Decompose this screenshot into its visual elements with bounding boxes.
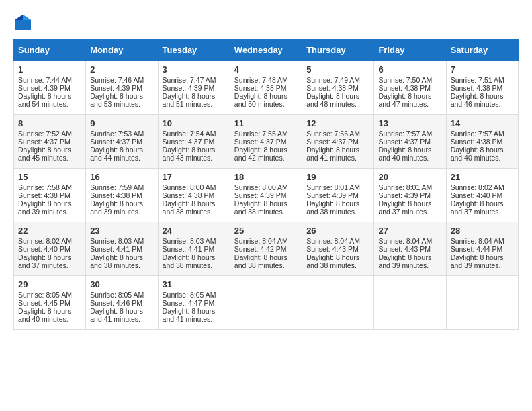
sunset-text: Sunset: 4:37 PM [378,138,431,146]
sunset-text: Sunset: 4:42 PM [234,245,287,253]
sunset-text: Sunset: 4:37 PM [90,138,142,146]
daylight-text: Daylight: 8 hours and 41 minutes. [306,146,359,162]
calendar-cell: 27Sunrise: 8:04 AMSunset: 4:43 PMDayligh… [374,222,446,276]
calendar-week-4: 22Sunrise: 8:02 AMSunset: 4:40 PMDayligh… [14,222,519,276]
header-day-saturday: Saturday [446,40,518,61]
day-number: 19 [306,172,369,182]
calendar-cell: 30Sunrise: 8:05 AMSunset: 4:46 PMDayligh… [86,276,158,330]
sunset-text: Sunset: 4:40 PM [18,245,71,253]
sunset-text: Sunset: 4:43 PM [306,245,359,253]
day-number: 16 [90,172,153,182]
calendar-cell: 23Sunrise: 8:03 AMSunset: 4:41 PMDayligh… [86,222,158,276]
day-number: 14 [451,118,514,128]
daylight-text: Daylight: 8 hours and 41 minutes. [90,307,143,323]
sunrise-text: Sunrise: 8:05 AM [18,291,72,299]
calendar-cell: 17Sunrise: 8:00 AMSunset: 4:38 PMDayligh… [158,169,230,222]
day-number: 30 [90,279,153,289]
svg-marker-1 [23,15,31,20]
sunrise-text: Sunrise: 8:01 AM [378,183,432,191]
calendar-cell: 5Sunrise: 7:49 AMSunset: 4:38 PMDaylight… [302,61,374,115]
sunrise-text: Sunrise: 8:03 AM [163,237,216,245]
daylight-text: Daylight: 8 hours and 40 minutes. [378,146,431,162]
header-day-sunday: Sunday [14,40,86,61]
calendar-cell: 14Sunrise: 7:57 AMSunset: 4:38 PMDayligh… [446,115,518,169]
sunset-text: Sunset: 4:43 PM [378,245,431,253]
logo-icon [13,13,32,32]
day-number: 1 [18,64,81,75]
sunset-text: Sunset: 4:47 PM [163,299,215,307]
calendar-header: SundayMondayTuesdayWednesdayThursdayFrid… [14,40,519,61]
sunset-text: Sunset: 4:37 PM [18,138,71,146]
sunset-text: Sunset: 4:39 PM [378,191,431,199]
sunset-text: Sunset: 4:38 PM [163,191,215,199]
calendar-cell: 12Sunrise: 7:56 AMSunset: 4:37 PMDayligh… [302,115,374,169]
sunrise-text: Sunrise: 8:03 AM [90,237,144,245]
calendar-cell: 20Sunrise: 8:01 AMSunset: 4:39 PMDayligh… [374,169,446,222]
sunrise-text: Sunrise: 7:49 AM [306,76,360,84]
sunset-text: Sunset: 4:40 PM [451,191,503,199]
svg-marker-2 [15,15,23,20]
calendar-body: 1Sunrise: 7:44 AMSunset: 4:39 PMDaylight… [14,61,519,330]
day-number: 12 [306,118,369,128]
sunset-text: Sunset: 4:39 PM [306,191,359,199]
sunset-text: Sunset: 4:37 PM [306,138,359,146]
daylight-text: Daylight: 8 hours and 38 minutes. [234,199,287,216]
sunrise-text: Sunrise: 8:04 AM [234,237,288,245]
logo [13,13,35,32]
sunset-text: Sunset: 4:38 PM [306,84,359,92]
daylight-text: Daylight: 8 hours and 39 minutes. [18,199,71,216]
day-number: 31 [163,279,226,289]
sunrise-text: Sunrise: 8:02 AM [451,183,504,191]
sunrise-text: Sunrise: 8:04 AM [378,237,432,245]
sunset-text: Sunset: 4:46 PM [90,299,142,307]
calendar-cell: 13Sunrise: 7:57 AMSunset: 4:37 PMDayligh… [374,115,446,169]
day-number: 11 [234,118,298,128]
daylight-text: Daylight: 8 hours and 41 minutes. [163,307,216,323]
day-number: 8 [18,118,81,128]
daylight-text: Daylight: 8 hours and 38 minutes. [306,253,359,269]
calendar-cell: 15Sunrise: 7:58 AMSunset: 4:38 PMDayligh… [14,169,86,222]
sunrise-text: Sunrise: 7:55 AM [234,130,288,138]
sunrise-text: Sunrise: 8:01 AM [306,183,360,191]
sunset-text: Sunset: 4:37 PM [234,138,287,146]
day-number: 29 [18,279,81,289]
sunrise-text: Sunrise: 8:04 AM [451,237,504,245]
calendar-cell: 25Sunrise: 8:04 AMSunset: 4:42 PMDayligh… [230,222,302,276]
daylight-text: Daylight: 8 hours and 45 minutes. [18,146,71,162]
sunset-text: Sunset: 4:38 PM [451,138,503,146]
daylight-text: Daylight: 8 hours and 46 minutes. [451,92,504,108]
day-number: 25 [234,226,298,236]
day-number: 28 [451,226,514,236]
day-number: 13 [378,118,441,128]
sunset-text: Sunset: 4:37 PM [163,138,215,146]
sunset-text: Sunset: 4:39 PM [163,84,215,92]
calendar-cell: 26Sunrise: 8:04 AMSunset: 4:43 PMDayligh… [302,222,374,276]
calendar-cell: 11Sunrise: 7:55 AMSunset: 4:37 PMDayligh… [230,115,302,169]
sunrise-text: Sunrise: 7:48 AM [234,76,288,84]
daylight-text: Daylight: 8 hours and 44 minutes. [90,146,143,162]
daylight-text: Daylight: 8 hours and 38 minutes. [234,253,287,269]
sunrise-text: Sunrise: 7:46 AM [90,76,144,84]
daylight-text: Daylight: 8 hours and 39 minutes. [378,253,431,269]
calendar-cell [302,276,374,330]
day-number: 27 [378,226,441,236]
calendar-week-5: 29Sunrise: 8:05 AMSunset: 4:45 PMDayligh… [14,276,519,330]
daylight-text: Daylight: 8 hours and 37 minutes. [451,199,504,216]
sunrise-text: Sunrise: 7:57 AM [378,130,432,138]
sunset-text: Sunset: 4:38 PM [18,191,71,199]
sunrise-text: Sunrise: 8:02 AM [18,237,72,245]
sunset-text: Sunset: 4:38 PM [451,84,503,92]
calendar-week-3: 15Sunrise: 7:58 AMSunset: 4:38 PMDayligh… [14,169,519,222]
sunset-text: Sunset: 4:41 PM [163,245,215,253]
day-number: 22 [18,226,81,236]
calendar-week-2: 8Sunrise: 7:52 AMSunset: 4:37 PMDaylight… [14,115,519,169]
daylight-text: Daylight: 8 hours and 38 minutes. [90,253,143,269]
day-number: 17 [163,172,226,182]
calendar-week-1: 1Sunrise: 7:44 AMSunset: 4:39 PMDaylight… [14,61,519,115]
sunrise-text: Sunrise: 8:05 AM [163,291,216,299]
sunset-text: Sunset: 4:39 PM [234,191,287,199]
calendar-cell: 18Sunrise: 8:00 AMSunset: 4:39 PMDayligh… [230,169,302,222]
day-number: 5 [306,64,369,75]
day-number: 2 [90,64,153,75]
day-number: 7 [451,64,514,75]
